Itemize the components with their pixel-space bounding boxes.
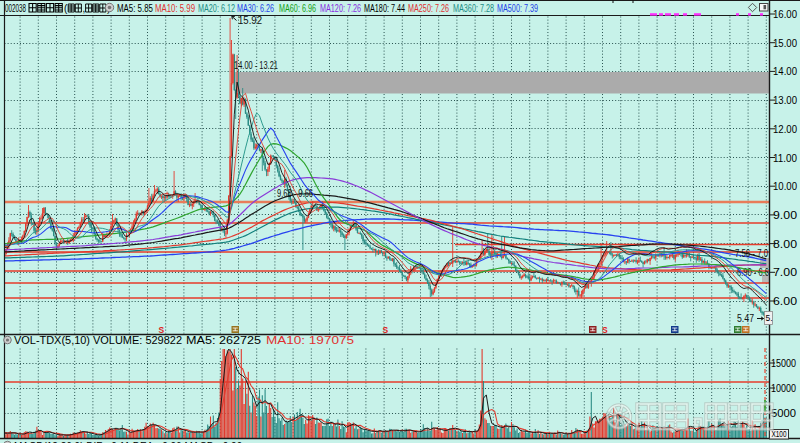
svg-text:MA10: 5.99: MA10: 5.99 <box>155 3 195 14</box>
svg-text:S: S <box>602 325 608 335</box>
svg-text:15000: 15000 <box>771 358 796 369</box>
svg-text:MA5: 5.85: MA5: 5.85 <box>117 3 153 14</box>
svg-text:,: , <box>82 3 85 14</box>
svg-text:X100: X100 <box>772 429 787 439</box>
svg-text:5.47: 5.47 <box>737 313 754 324</box>
svg-text:16.00: 16.00 <box>773 9 797 20</box>
svg-text:MA5: 262725: MA5: 262725 <box>186 335 262 346</box>
svg-text:MA180: 7.44: MA180: 7.44 <box>364 3 405 14</box>
svg-text:14.00: 14.00 <box>773 66 797 77</box>
svg-text:9.68 - 9.66: 9.68 - 9.66 <box>277 188 313 199</box>
svg-text:5000: 5000 <box>771 408 796 419</box>
svg-text:MA500: 7.39: MA500: 7.39 <box>497 3 538 14</box>
svg-text:MA250: 7.26: MA250: 7.26 <box>408 3 449 14</box>
svg-text:MA30: 6.26: MA30: 6.26 <box>237 3 274 14</box>
svg-text:8.00: 8.00 <box>773 239 798 250</box>
svg-text:MA60: 6.96: MA60: 6.96 <box>279 3 316 14</box>
svg-text:VOLUME: 529822: VOLUME: 529822 <box>93 335 182 346</box>
svg-text:9.00: 9.00 <box>773 210 798 221</box>
svg-text:11.00: 11.00 <box>773 153 797 164</box>
svg-text:VOL-TDX(5,10): VOL-TDX(5,10) <box>14 335 90 346</box>
svg-text:6.00: 6.00 <box>773 296 798 307</box>
svg-text:MA360: 7.28: MA360: 7.28 <box>453 3 494 14</box>
svg-text:S: S <box>383 325 389 335</box>
svg-text:14.00 - 13.21: 14.00 - 13.21 <box>234 60 278 71</box>
svg-text:MA20: 6.12: MA20: 6.12 <box>198 3 235 14</box>
svg-text:10000: 10000 <box>771 383 796 394</box>
svg-text:7.56 - 7.0: 7.56 - 7.0 <box>735 248 768 259</box>
svg-text:10.00: 10.00 <box>773 181 797 192</box>
svg-text:S: S <box>159 325 165 335</box>
svg-text:MA10: 197075: MA10: 197075 <box>266 335 355 346</box>
svg-text:15.92: 15.92 <box>238 15 262 26</box>
svg-text:12.00: 12.00 <box>773 124 797 135</box>
svg-text:002038: 002038 <box>5 3 26 14</box>
svg-text:MA120: 7.26: MA120: 7.26 <box>320 3 361 14</box>
svg-text:13.00: 13.00 <box>773 95 797 106</box>
svg-text:5.: 5. <box>766 313 773 323</box>
svg-text:7.00: 7.00 <box>773 267 798 278</box>
svg-text:15.00: 15.00 <box>773 38 797 49</box>
